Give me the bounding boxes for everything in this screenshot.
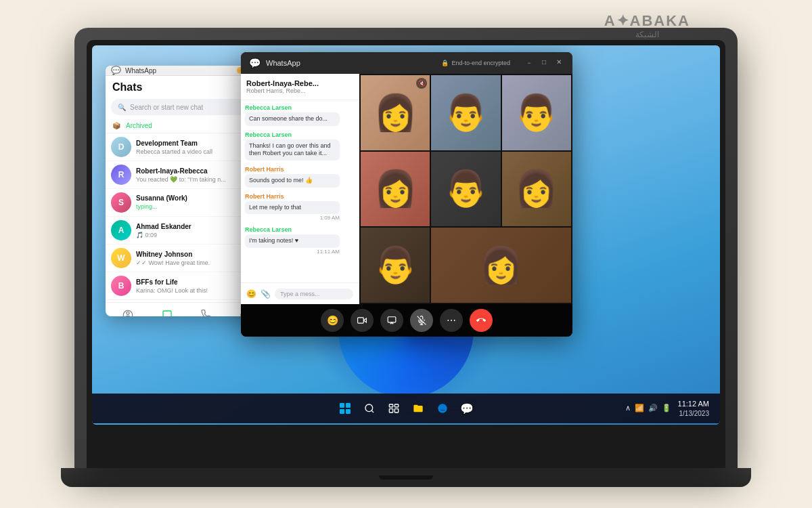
wifi-icon: 📶 [635, 404, 644, 412]
laptop-screen-area: 💬 WhatsApp － □ × Chats ✏ [74, 28, 738, 468]
emoji-icon[interactable]: 😊 [246, 289, 256, 299]
call-message: Rebecca Larsen I'm taking notes! ♥ 11:11… [245, 226, 340, 255]
avatar-ahmad: A [111, 220, 131, 240]
desktop: 💬 WhatsApp － □ × Chats ✏ [92, 45, 720, 425]
message-time: 1:09 AM [245, 215, 340, 221]
call-app-name: WhatsApp [266, 59, 436, 67]
taskbar-center-items: 💬 [334, 398, 478, 419]
call-chat-header: Robert-Inaya-Rebe... Robert Harris, Rebe… [241, 74, 359, 100]
svg-point-10 [365, 404, 373, 412]
nav-calls[interactable] [196, 307, 217, 317]
message-bubble: Thanks! I can go over this and then Robe… [245, 140, 340, 161]
search-button[interactable] [359, 398, 380, 419]
clock-date: 1/13/2023 [678, 409, 709, 418]
laptop-notch [379, 475, 433, 480]
video-cell-4: 👩 [361, 152, 430, 227]
battery-icon: 🔋 [662, 404, 671, 412]
taskbar-sys-tray: ∧ 📶 🔊 🔋 11:12 AM 1/13/2023 [625, 399, 709, 417]
chat-preview: ✓✓ Wow! Have great time. [136, 259, 210, 266]
chats-title: Chats [112, 81, 142, 93]
avatar-susanna: S [111, 192, 131, 213]
chat-name: BFFs for Life [136, 278, 178, 286]
encryption-label: End-to-end encrypted [451, 60, 510, 66]
whatsapp-icon: 💬 [111, 66, 121, 75]
attach-icon[interactable]: 📎 [261, 289, 271, 299]
volume-icon: 🔊 [648, 404, 658, 412]
chat-preview: Karina: OMG! Look at this! [136, 287, 208, 294]
emoji-control-button[interactable]: 😊 [321, 309, 344, 332]
file-explorer-button[interactable] [407, 398, 429, 419]
call-minimize-button[interactable]: － [524, 58, 535, 68]
watermark-arabic: الشبكة [604, 30, 690, 39]
system-clock[interactable]: 11:12 AM 1/13/2023 [678, 399, 709, 417]
mute-control-button[interactable] [410, 309, 433, 332]
svg-rect-13 [389, 409, 392, 412]
svg-marker-3 [363, 318, 366, 322]
nav-status[interactable] [117, 307, 139, 317]
whatsapp-taskbar-button[interactable]: 💬 [456, 398, 478, 419]
chat-name: Development Team [136, 140, 198, 147]
video-control-button[interactable] [351, 309, 374, 332]
whatsapp-call-window: 💬 WhatsApp 🔒 End-to-end encrypted － □ ✕ [241, 52, 572, 337]
svg-rect-5 [388, 317, 396, 322]
call-message: Robert Harris Let me reply to that 1:09 … [245, 193, 340, 221]
avatar-robert-inaya: R [111, 165, 131, 185]
message-sender: Rebecca Larsen [245, 131, 340, 138]
watermark: A✦ABAKA الشبكة [604, 12, 690, 39]
svg-rect-14 [394, 409, 398, 412]
search-icon: 🔍 [118, 104, 126, 111]
chevron-icon[interactable]: ∧ [625, 404, 631, 412]
call-titlebar: 💬 WhatsApp 🔒 End-to-end encrypted － □ ✕ [241, 52, 572, 74]
windows-logo [340, 403, 351, 414]
avatar-bffs: B [111, 276, 131, 296]
whatsapp-app-name: WhatsApp [125, 67, 233, 75]
svg-rect-4 [358, 318, 364, 323]
start-button[interactable] [334, 398, 356, 419]
archived-label: Archived [126, 122, 152, 129]
more-control-button[interactable]: ⋯ [440, 309, 463, 332]
chat-name: Ahmad Eskander [136, 223, 191, 230]
video-cell-3: 👨 [502, 75, 571, 150]
edge-button[interactable] [432, 398, 453, 419]
nav-chats[interactable] [156, 307, 178, 317]
call-chat-messages: Rebecca Larsen Can someone share the do.… [241, 100, 359, 282]
video-cell-2: 👨 [431, 75, 500, 150]
message-sender: Rebecca Larsen [245, 226, 340, 233]
call-message: Robert Harris Sounds good to me! 👍 [245, 166, 340, 188]
message-sender: Robert Harris [245, 193, 340, 200]
call-chat-input-bar: 😊 📎 Type a mess... [241, 282, 359, 304]
chat-preview: Rebecca started a video call [136, 148, 212, 155]
call-maximize-button[interactable]: □ [539, 58, 549, 68]
chat-name: Whitney Johnson [136, 251, 192, 258]
message-bubble: I'm taking notes! ♥ [245, 234, 340, 248]
video-cell-5: 👨 [431, 152, 500, 227]
message-bubble: Let me reply to that [245, 201, 340, 215]
message-sender: Robert Harris [245, 166, 340, 173]
chat-input-field[interactable]: Type a mess... [275, 289, 353, 299]
call-message: Rebecca Larsen Thanks! I can go over thi… [245, 131, 340, 161]
taskbar: 💬 ∧ 📶 🔊 🔋 11:12 AM 1/13/2023 [92, 394, 720, 423]
svg-point-1 [127, 312, 129, 314]
call-close-button[interactable]: ✕ [554, 58, 564, 68]
chat-preview: 🎵 0:09 [136, 232, 157, 238]
message-bubble: Can someone share the do... [245, 112, 340, 126]
watermark-text: A✦ABAKA [604, 12, 690, 30]
video-cell-1: 👩 🔇 [361, 75, 430, 150]
call-controls: 😊 ⋯ [241, 304, 572, 337]
call-contact-name: Robert-Inaya-Rebe... [246, 79, 353, 87]
chat-preview: You reacted 💚 to: "I'm taking n... [136, 176, 226, 183]
laptop-base [61, 468, 751, 487]
avatar-whitney: W [111, 248, 131, 268]
task-view-button[interactable] [383, 398, 405, 419]
search-placeholder: Search or start new chat [130, 104, 203, 111]
svg-rect-11 [389, 404, 392, 407]
video-cell-8: 👩 [431, 228, 571, 303]
clock-time: 11:12 AM [678, 399, 709, 408]
whatsapp-call-icon: 💬 [249, 58, 261, 68]
search-bar[interactable]: 🔍 Search or start new chat [111, 99, 263, 115]
end-call-button[interactable] [470, 309, 493, 332]
chat-preview-typing: typing... [136, 203, 158, 210]
call-message: Rebecca Larsen Can someone share the do.… [245, 104, 340, 126]
archive-icon: 📦 [112, 122, 120, 129]
screen-control-button[interactable] [380, 309, 403, 332]
